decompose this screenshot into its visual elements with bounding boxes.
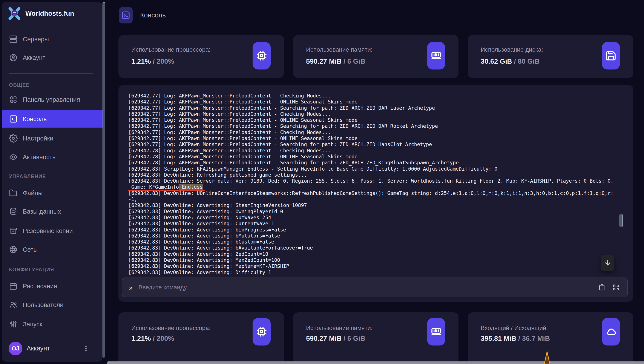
card-value: 395.81 MiB / 36.7 MiB (481, 334, 550, 342)
cpu-icon-tile (252, 42, 271, 70)
terminal-icon (121, 11, 130, 20)
horizontal-scrollbar[interactable] (107, 361, 644, 364)
sidebar-item-startup[interactable]: Запуск (9, 316, 98, 333)
card-label: Использование памяти: (306, 325, 372, 331)
globe-icon (9, 245, 18, 254)
card-value: 1.21% / 200% (131, 334, 174, 342)
save-disk-icon (605, 50, 616, 61)
disk-icon-tile (602, 42, 620, 70)
page-header-icon-tile (119, 7, 133, 24)
pointer-arrow-annotation (544, 351, 550, 364)
cpu-usage-card-bottom: Использование процессора: 1.21% / 200% (118, 312, 284, 364)
database-icon (9, 207, 18, 216)
sliders-icon (9, 320, 18, 328)
memory-icon-tile (427, 318, 445, 345)
sidebar-section-configuration: КОНФИГУРАЦИЯ (9, 266, 54, 273)
page-title: Консоль (140, 12, 166, 19)
arrow-down-icon (604, 259, 612, 267)
card-label: Входящий / Исходящий: (481, 325, 548, 331)
console-scrollbar-thumb[interactable] (620, 214, 623, 227)
avatar[interactable]: OJ (8, 342, 22, 355)
sidebar-item-servers[interactable]: Серверы (9, 31, 98, 48)
account-menu-button[interactable] (80, 343, 92, 354)
kebab-menu-icon (83, 345, 89, 352)
sidebar-item-backups[interactable]: Резервные копии (9, 222, 98, 239)
sidebar-item-label: Сеть (23, 246, 37, 253)
memory-icon (430, 50, 442, 61)
brand-logo-icon (8, 7, 21, 20)
sidebar-item-label: Расписания (23, 283, 57, 290)
card-value: 590.27 MiB / 6 GiB (306, 58, 366, 65)
folder-icon (9, 189, 18, 197)
sidebar-item-label: Настройки (23, 135, 53, 142)
sidebar-item-label: Пользователи (23, 301, 64, 308)
cpu-usage-card: Использование процессора: 1.21% / 200% (118, 35, 284, 78)
sidebar-item-label: Серверы (23, 36, 49, 43)
cpu-icon (256, 326, 267, 337)
annotated-log-line: Game: KFGameInfo_Endless (128, 184, 203, 190)
console-log[interactable]: [629342.77] Log: AKFPawn_Monster::Preloa… (128, 93, 621, 276)
cpu-icon (256, 50, 267, 61)
sidebar-item-label: Базы данных (23, 208, 61, 215)
card-label: Использование памяти: (306, 46, 372, 53)
sidebar-item-label: Запуск (23, 321, 42, 328)
user-circle-icon (9, 53, 18, 62)
sidebar-item-console[interactable]: Консоль (2, 110, 103, 128)
card-label: Использование процессора: (131, 46, 210, 53)
card-label: Использование процессора: (131, 325, 210, 331)
sidebar: Worldhosts.fun Серверы Аккаунт ОБЩЕЕ Пан… (2, 2, 103, 362)
brand-title: Worldhosts.fun (25, 10, 74, 18)
sidebar-section-general: ОБЩЕЕ (9, 82, 30, 88)
sidebar-item-label: Панель управления (23, 96, 80, 103)
sidebar-item-label: Активность (23, 154, 56, 161)
stats-row-bottom: Использование процессора: 1.21% / 200% И… (118, 312, 633, 364)
stats-row-top: Использование процессора: 1.21% / 200% И… (118, 35, 633, 78)
sidebar-item-label: Аккаунт (23, 54, 45, 61)
command-input-bar: » (122, 277, 628, 297)
cloud-icon (605, 326, 616, 337)
sidebar-item-files[interactable]: Файлы (9, 184, 98, 202)
sidebar-item-account[interactable]: Аккаунт (9, 49, 98, 66)
sidebar-item-label: Консоль (23, 116, 47, 123)
layout-grid-icon (9, 95, 18, 104)
brand[interactable]: Worldhosts.fun (8, 7, 74, 20)
sidebar-item-dashboard[interactable]: Панель управления (9, 91, 98, 108)
sidebar-divider (8, 334, 93, 334)
memory-icon-tile (427, 42, 445, 70)
server-icon (9, 35, 18, 44)
card-label: Использование диска: (481, 46, 543, 53)
scroll-to-bottom-button[interactable] (601, 255, 614, 271)
memory-icon (430, 326, 442, 337)
archive-icon (9, 227, 18, 235)
sidebar-item-settings[interactable]: Настройки (9, 130, 98, 147)
sidebar-item-schedules[interactable]: Расписания (9, 277, 98, 295)
gear-icon (9, 134, 18, 143)
sidebar-divider (8, 73, 93, 74)
users-icon (9, 300, 18, 309)
network-icon-tile (602, 318, 620, 345)
sidebar-scrollbar[interactable] (102, 2, 105, 357)
highlighted-log-token: _Endless (179, 184, 203, 190)
sidebar-item-users[interactable]: Пользователи (9, 296, 98, 313)
disk-usage-card: Использование диска: 30.62 GiB / 80 GiB (468, 35, 633, 78)
account-footer-label: Аккаунт (27, 345, 50, 352)
prompt-chevrons-icon: » (129, 284, 132, 291)
expand-icon[interactable] (612, 284, 620, 291)
command-input[interactable] (138, 284, 598, 291)
sidebar-item-databases[interactable]: Базы данных (9, 203, 98, 220)
calendar-icon (9, 282, 18, 290)
sidebar-item-label: Файлы (23, 190, 42, 197)
sidebar-item-activity[interactable]: Активность (9, 148, 98, 166)
card-value: 1.21% / 200% (131, 58, 174, 65)
cpu-icon-tile (252, 318, 271, 345)
eye-icon (9, 153, 18, 161)
memory-usage-card-bottom: Использование памяти: 590.27 MiB / 6 GiB (293, 312, 459, 364)
card-value: 30.62 GiB / 80 GiB (481, 58, 540, 65)
sidebar-section-management: УПРАВЛЕНИЕ (9, 173, 46, 180)
clipboard-icon[interactable] (598, 284, 605, 291)
console-panel: [629342.77] Log: AKFPawn_Monster::Preloa… (118, 85, 633, 302)
memory-usage-card: Использование памяти: 590.27 MiB / 6 GiB (293, 35, 459, 78)
terminal-icon (9, 115, 18, 123)
command-input-actions (598, 284, 620, 291)
sidebar-item-network[interactable]: Сеть (9, 241, 98, 258)
